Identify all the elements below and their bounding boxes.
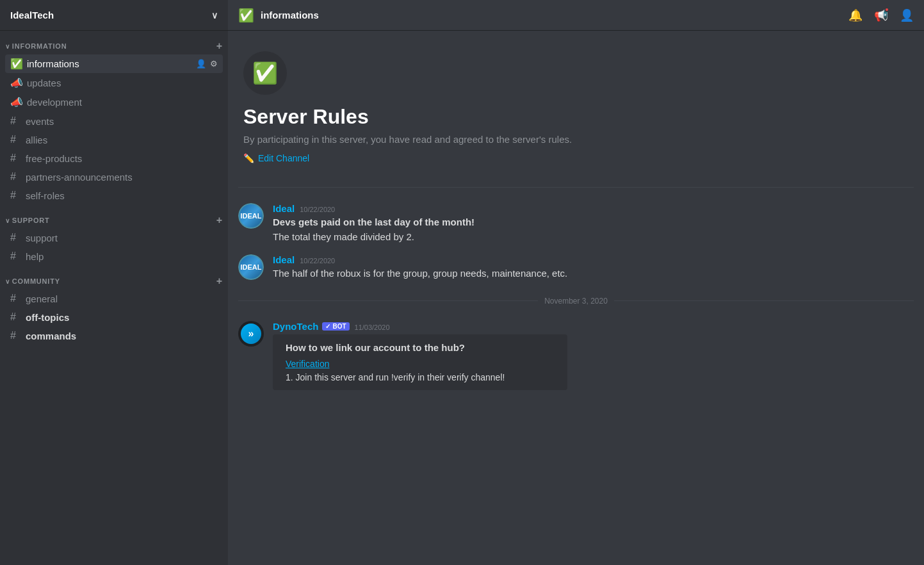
channel-actions: 👤 ⚙ <box>196 59 218 69</box>
channel-name: help <box>26 251 44 262</box>
message-plain-text: The half of the robux is for the group, … <box>273 268 567 279</box>
bot-username[interactable]: DynoTech ✓ BOT <box>273 321 350 332</box>
channel-type-icon: # <box>10 190 22 201</box>
channel-title: Server Rules <box>243 105 914 129</box>
channel-type-icon: # <box>10 171 22 183</box>
channel-name: development <box>27 97 82 108</box>
server-header[interactable]: IdealTech ∨ <box>0 0 228 31</box>
category-label: COMMUNITY <box>12 277 216 285</box>
channel-item-commands[interactable]: # commands <box>5 327 223 345</box>
channel-type-icon: 📣 <box>10 96 23 108</box>
channel-name: off-topics <box>26 312 69 323</box>
channel-name: commands <box>26 331 76 341</box>
message-timestamp: 10/22/2020 <box>300 206 335 213</box>
message-header: Ideal 10/22/2020 <box>273 203 914 214</box>
category-community[interactable]: ∨ COMMUNITY + <box>0 266 228 289</box>
channel-content: ✅ Server Rules By participating in this … <box>228 31 924 565</box>
date-line <box>614 300 914 301</box>
add-user-icon[interactable]: 👤 <box>196 59 206 69</box>
bot-badge-label: BOT <box>332 323 346 330</box>
avatar: IDEAL <box>238 254 264 280</box>
topbar-channel-name: informations <box>261 10 319 20</box>
edit-channel-label: Edit Channel <box>258 153 309 163</box>
main-content: ✅ informations 🔔 📢 👤 ✅ Server Rules By p… <box>228 0 924 565</box>
channel-type-icon: 📣 <box>10 77 23 89</box>
channel-header-icon: ✅ <box>243 51 287 95</box>
channel-name: events <box>26 116 54 127</box>
bot-check-icon: ✓ <box>325 323 330 330</box>
user-icon[interactable]: 👤 <box>900 8 914 22</box>
pencil-icon: ✏️ <box>243 153 254 163</box>
category-add-icon[interactable]: + <box>216 41 223 51</box>
channel-item-updates[interactable]: 📣 updates <box>5 74 223 92</box>
category-collapse-icon: ∨ <box>5 278 10 285</box>
message-bold-text: Devs gets paid on the last day of the mo… <box>273 217 474 227</box>
channel-item-help[interactable]: # help <box>5 247 223 265</box>
notification-dot <box>884 7 889 12</box>
server-name: IdealTech <box>10 10 54 20</box>
channel-name: updates <box>27 78 61 88</box>
channel-type-icon: # <box>10 232 22 243</box>
message-text: Devs gets paid on the last day of the mo… <box>273 215 914 244</box>
channel-type-icon: # <box>10 330 22 341</box>
bell-icon[interactable]: 🔔 <box>848 8 863 22</box>
message-timestamp: 10/22/2020 <box>300 257 335 265</box>
dyno-avatar: » <box>238 321 264 347</box>
channel-name: informations <box>27 58 79 69</box>
avatar: IDEAL <box>238 203 264 229</box>
bot-message-header: DynoTech ✓ BOT 11/03/2020 <box>273 321 914 332</box>
category-collapse-icon: ∨ <box>5 217 10 224</box>
channel-item-partners-announcements[interactable]: # partners-announcements <box>5 168 223 186</box>
channel-header: ✅ Server Rules By participating in this … <box>238 41 914 177</box>
channel-item-support[interactable]: # support <box>5 229 223 247</box>
channel-item-free-products[interactable]: # free-products <box>5 149 223 167</box>
bot-badge: ✓ BOT <box>322 322 349 331</box>
embed-link[interactable]: Verification <box>286 359 329 369</box>
message-username[interactable]: Ideal <box>273 254 295 265</box>
category-support[interactable]: ∨ SUPPORT + <box>0 205 228 228</box>
channel-type-icon: # <box>10 293 22 304</box>
channel-item-development[interactable]: 📣 development <box>5 93 223 111</box>
channel-type-icon: # <box>10 134 22 145</box>
channel-type-icon: # <box>10 152 22 164</box>
category-information[interactable]: ∨ INFORMATION + <box>0 31 228 54</box>
category-label: SUPPORT <box>12 217 216 224</box>
date-line <box>238 300 538 301</box>
message-group: IDEAL Ideal 10/22/2020 The half of the r… <box>238 249 914 286</box>
channel-item-off-topics[interactable]: # off-topics <box>5 308 223 326</box>
channel-divider <box>238 187 914 188</box>
channel-type-icon: ✅ <box>10 58 23 70</box>
channel-item-allies[interactable]: # allies <box>5 131 223 149</box>
message-plain-text: The total they made divided by 2. <box>273 231 414 242</box>
channel-description: By participating in this server, you hav… <box>243 134 914 145</box>
message-header: Ideal 10/22/2020 <box>273 254 914 265</box>
dyno-avatar-inner: » <box>241 323 261 344</box>
embed-title: How to we link our account to the hub? <box>286 342 557 353</box>
channel-item-self-roles[interactable]: # self-roles <box>5 186 223 204</box>
channel-type-icon: # <box>10 115 22 127</box>
bot-message-timestamp: 11/03/2020 <box>355 323 390 331</box>
topbar-right: 🔔 📢 👤 <box>848 8 914 22</box>
message-content: Ideal 10/22/2020 The half of the robux i… <box>273 254 914 281</box>
notification-icon[interactable]: 📢 <box>874 8 888 22</box>
bot-embed: How to we link our account to the hub? V… <box>273 334 567 390</box>
channel-item-informations[interactable]: ✅ informations 👤 ⚙ <box>5 54 223 73</box>
message-username[interactable]: Ideal <box>273 203 295 214</box>
server-chevron-icon: ∨ <box>211 10 218 20</box>
channel-name: free-products <box>26 153 82 164</box>
topbar-channel-icon: ✅ <box>238 8 254 23</box>
message-text: The half of the robux is for the group, … <box>273 266 914 281</box>
channel-name: allies <box>26 135 47 145</box>
edit-channel-button[interactable]: ✏️ Edit Channel <box>243 153 309 163</box>
channel-name: self-roles <box>26 190 65 201</box>
category-add-icon[interactable]: + <box>216 276 223 286</box>
category-add-icon[interactable]: + <box>216 215 223 225</box>
topbar: ✅ informations 🔔 📢 👤 <box>228 0 924 31</box>
channel-type-icon: # <box>10 311 22 323</box>
channel-name: general <box>26 293 58 304</box>
channel-item-events[interactable]: # events <box>5 112 223 130</box>
gear-icon[interactable]: ⚙ <box>210 59 218 69</box>
bot-name-text: DynoTech <box>273 321 318 332</box>
ideal-avatar: IDEAL <box>238 254 264 280</box>
channel-item-general[interactable]: # general <box>5 290 223 307</box>
